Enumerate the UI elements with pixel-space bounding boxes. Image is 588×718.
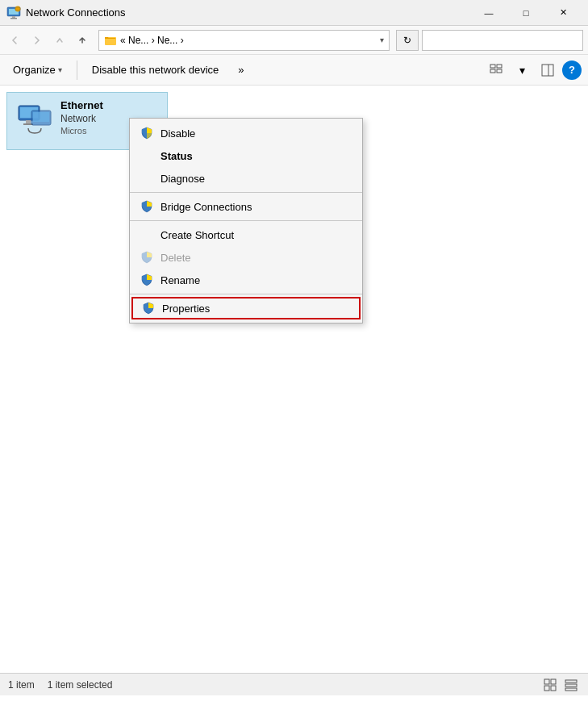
context-menu: Disable Status Diagnose Bridge Connectio… (129, 118, 363, 324)
help-button[interactable]: ? (562, 61, 582, 80)
search-input[interactable] (422, 30, 583, 51)
network-name: Ethernet (60, 99, 103, 111)
network-type: Network (60, 113, 103, 124)
organize-label: Organize (13, 64, 56, 76)
svg-rect-33 (551, 686, 556, 691)
svg-rect-2 (12, 16, 15, 18)
menu-divider-1 (130, 192, 362, 193)
status-left: 1 item 1 item selected (8, 679, 112, 691)
up-chevron-button[interactable] (50, 31, 69, 50)
more-icon: » (238, 64, 244, 76)
svg-rect-8 (490, 65, 495, 68)
menu-item-diagnose[interactable]: Diagnose (130, 167, 362, 190)
minimize-button[interactable]: — (470, 0, 507, 26)
address-dropdown-button[interactable]: ▾ (380, 35, 384, 44)
svg-rect-31 (551, 679, 556, 684)
folder-icon (104, 34, 117, 47)
menu-item-delete: Delete (130, 246, 362, 269)
up-button[interactable] (73, 31, 92, 50)
menu-item-shortcut[interactable]: Create Shortcut (130, 223, 362, 246)
shield-icon-rename (140, 273, 154, 287)
svg-rect-12 (542, 65, 553, 76)
svg-rect-34 (565, 680, 577, 683)
svg-rect-32 (544, 686, 549, 691)
menu-item-disable[interactable]: Disable (130, 122, 362, 144)
title-bar-left: Network Connections (6, 6, 126, 20)
shield-icon-properties (141, 301, 156, 315)
organize-button[interactable]: Organize ▾ (6, 61, 69, 79)
toolbar: Organize ▾ Disable this network device »… (0, 55, 588, 86)
menu-item-rename[interactable]: Rename (130, 269, 362, 291)
ethernet-icon (15, 99, 54, 138)
status-view-large-button[interactable] (541, 676, 559, 694)
menu-label-properties: Properties (162, 303, 210, 315)
menu-label-diagnose: Diagnose (161, 173, 205, 185)
menu-item-bridge[interactable]: Bridge Connections (130, 195, 362, 218)
organize-chevron-icon: ▾ (58, 65, 62, 74)
menu-label-delete: Delete (161, 252, 191, 264)
svg-rect-9 (497, 65, 502, 68)
svg-rect-7 (106, 38, 115, 39)
menu-label-rename: Rename (161, 274, 200, 286)
svg-rect-36 (565, 688, 577, 691)
back-button[interactable] (5, 31, 24, 50)
more-options-button[interactable]: » (231, 61, 250, 79)
disable-label: Disable this network device (92, 64, 219, 76)
svg-rect-19 (33, 112, 49, 122)
preview-pane-button[interactable] (536, 60, 559, 81)
menu-label-shortcut: Create Shortcut (161, 229, 234, 241)
svg-rect-10 (490, 69, 495, 73)
forward-button[interactable] (27, 31, 47, 50)
title-bar-controls: — □ ✕ (470, 0, 582, 26)
menu-label-bridge: Bridge Connections (161, 201, 252, 213)
svg-rect-35 (565, 684, 577, 687)
refresh-button[interactable]: ↻ (396, 30, 419, 51)
menu-divider-2 (130, 220, 362, 221)
toolbar-right: ▾ ? (485, 60, 582, 81)
content-area: Ethernet Network Micros Disable Status D… (0, 86, 588, 695)
title-bar: Network Connections — □ ✕ (0, 0, 588, 26)
menu-label-disable: Disable (161, 127, 195, 140)
close-button[interactable]: ✕ (544, 0, 582, 26)
status-right (541, 676, 580, 694)
maximize-button[interactable]: □ (507, 0, 544, 26)
shield-icon-disable (140, 126, 154, 140)
menu-label-status: Status (161, 150, 193, 162)
menu-icon-placeholder-diagnose (140, 171, 154, 186)
disable-network-button[interactable]: Disable this network device (85, 61, 226, 79)
svg-rect-30 (544, 679, 549, 684)
selected-count: 1 item selected (48, 679, 113, 691)
window-title: Network Connections (26, 6, 126, 19)
app-icon (6, 6, 21, 20)
status-view-list-button[interactable] (562, 676, 580, 694)
svg-rect-3 (10, 18, 17, 19)
shield-icon-delete (140, 250, 154, 265)
network-info: Ethernet Network Micros (60, 99, 103, 136)
menu-icon-placeholder-shortcut (140, 228, 154, 242)
status-bar: 1 item 1 item selected (0, 673, 588, 695)
menu-item-status[interactable]: Status (130, 144, 362, 167)
network-adapter: Micros (60, 126, 103, 136)
svg-rect-11 (497, 69, 502, 73)
toolbar-separator (77, 61, 77, 80)
menu-icon-placeholder-status (140, 148, 154, 163)
view-options-button[interactable] (485, 60, 507, 81)
view-dropdown-button[interactable]: ▾ (511, 60, 533, 81)
nav-bar: « Ne... › Ne... › ▾ ↻ (0, 26, 588, 55)
address-text: « Ne... › Ne... › (120, 35, 377, 46)
svg-rect-16 (26, 120, 31, 123)
menu-divider-3 (130, 294, 362, 294)
svg-point-4 (15, 6, 21, 11)
shield-icon-bridge (140, 199, 154, 214)
item-count: 1 item (8, 679, 35, 691)
address-bar[interactable]: « Ne... › Ne... › ▾ (98, 30, 390, 51)
menu-item-properties[interactable]: Properties (131, 297, 361, 319)
